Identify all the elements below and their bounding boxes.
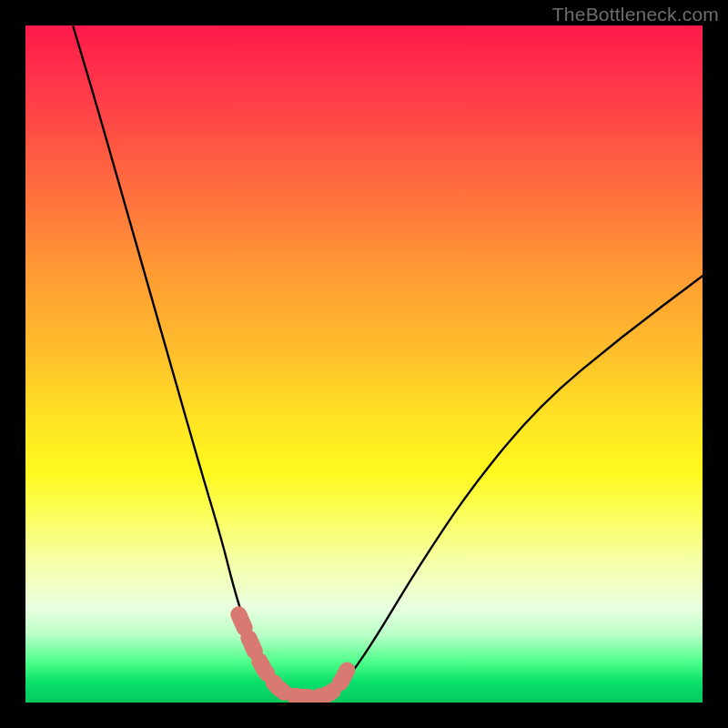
plot-area <box>25 25 703 703</box>
chart-frame: TheBottleneck.com <box>0 0 728 728</box>
watermark-text: TheBottleneck.com <box>552 4 719 25</box>
curve-layer <box>25 25 703 703</box>
valley-markers <box>238 614 347 697</box>
bottleneck-curve <box>73 25 703 699</box>
